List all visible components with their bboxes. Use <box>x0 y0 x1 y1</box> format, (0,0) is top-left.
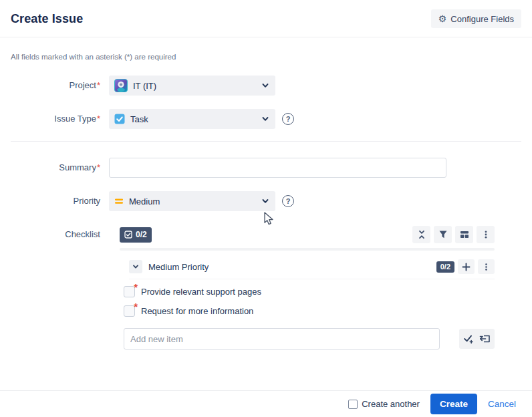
item-checkbox[interactable]: * <box>124 305 135 317</box>
task-icon <box>114 114 125 124</box>
summary-field-row: Summary* <box>11 158 521 178</box>
summary-label: Summary* <box>11 158 100 178</box>
group-actions: 0/2 <box>436 259 495 274</box>
configure-fields-button[interactable]: ⚙ Configure Fields <box>431 9 521 28</box>
priority-help-icon[interactable]: ? <box>282 195 294 207</box>
group-menu-button[interactable] <box>478 259 495 274</box>
project-select[interactable]: IT (IT) <box>109 76 275 96</box>
plus-icon <box>462 263 471 271</box>
checklist-label: Checklist <box>11 226 100 243</box>
project-label: Project* <box>11 76 100 96</box>
priority-value: Medium <box>129 196 160 206</box>
filter-icon <box>438 230 448 239</box>
add-item-row <box>124 328 495 350</box>
priority-select[interactable]: Medium <box>109 191 275 211</box>
filter-button[interactable] <box>434 226 452 243</box>
project-value: IT (IT) <box>133 81 156 91</box>
priority-medium-icon <box>114 197 124 205</box>
create-another-option: Create another <box>348 399 420 409</box>
chevron-down-icon <box>132 263 140 271</box>
priority-label: Priority <box>11 191 100 211</box>
collapse-all-icon <box>417 230 426 239</box>
checklist-header: 0/2 <box>120 226 495 243</box>
create-button[interactable]: Create <box>430 394 477 414</box>
dialog-header: Create Issue ⚙ Configure Fields <box>0 0 532 37</box>
checklist-item: * Request for more information <box>124 305 495 317</box>
priority-field-row: Priority Medium ? <box>11 191 521 211</box>
add-item-button[interactable] <box>458 259 475 274</box>
group-collapse-button[interactable] <box>129 260 142 273</box>
issue-type-label: Issue Type* <box>11 109 100 129</box>
group-divider <box>129 279 495 279</box>
chevron-down-icon <box>261 82 269 90</box>
checklist-group-header: Medium Priority 0/2 <box>129 259 495 274</box>
required-asterisk: * <box>134 301 138 311</box>
group-name: Medium Priority <box>148 262 209 272</box>
create-issue-form: Project* IT (IT) <box>0 76 532 350</box>
configure-fields-label: Configure Fields <box>450 14 514 24</box>
required-asterisk: * <box>97 80 100 90</box>
create-another-checkbox[interactable] <box>348 400 358 409</box>
kebab-menu-icon <box>481 230 491 239</box>
create-another-label: Create another <box>362 399 420 409</box>
checklist-toolbar <box>412 226 495 243</box>
summary-input[interactable] <box>109 158 446 178</box>
project-avatar-icon <box>114 79 128 92</box>
cancel-link[interactable]: Cancel <box>488 399 516 409</box>
required-asterisk: * <box>97 162 100 172</box>
required-fields-note: All fields marked with an asterisk (*) a… <box>11 53 521 61</box>
group-progress-badge: 0/2 <box>436 261 454 273</box>
convert-items-button[interactable] <box>479 333 491 344</box>
page-title: Create Issue <box>11 12 83 26</box>
checklist-menu-button[interactable] <box>477 226 495 243</box>
check-plus-icon <box>463 333 474 344</box>
required-asterisk: * <box>97 114 100 124</box>
board-view-button[interactable] <box>455 226 473 243</box>
section-divider <box>11 141 521 142</box>
checklist-progress-badge: 0/2 <box>120 227 152 243</box>
checklist-field-row: Checklist 0/2 <box>11 226 521 350</box>
dialog-footer: Create another Create Cancel <box>0 390 532 417</box>
collapse-all-button[interactable] <box>412 226 430 243</box>
project-field-row: Project* IT (IT) <box>11 76 521 96</box>
item-label[interactable]: Provide relevant support pages <box>141 287 261 297</box>
required-asterisk: * <box>134 282 138 292</box>
chevron-down-icon <box>261 115 269 123</box>
board-view-icon <box>460 230 469 239</box>
gear-icon: ⚙ <box>438 14 447 23</box>
chevron-down-icon <box>261 197 269 205</box>
item-checkbox[interactable]: * <box>124 286 135 297</box>
issue-type-value: Task <box>130 114 148 124</box>
checklist-panel: 0/2 <box>109 226 495 350</box>
add-item-actions <box>459 329 495 349</box>
add-item-input[interactable] <box>124 328 440 350</box>
kebab-menu-icon <box>482 263 491 271</box>
item-label[interactable]: Request for more information <box>141 306 253 316</box>
checkbox-icon <box>124 231 132 239</box>
issue-type-help-icon[interactable]: ? <box>282 113 294 125</box>
create-issue-dialog: Create Issue ⚙ Configure Fields All fiel… <box>0 0 532 417</box>
issue-type-field-row: Issue Type* Task ? <box>11 109 521 129</box>
checklist-progress-bar <box>120 248 495 251</box>
convert-items-icon <box>479 333 491 344</box>
check-plus-button[interactable] <box>463 333 474 344</box>
checklist-item: * Provide relevant support pages <box>124 286 495 297</box>
issue-type-select[interactable]: Task <box>109 109 275 129</box>
